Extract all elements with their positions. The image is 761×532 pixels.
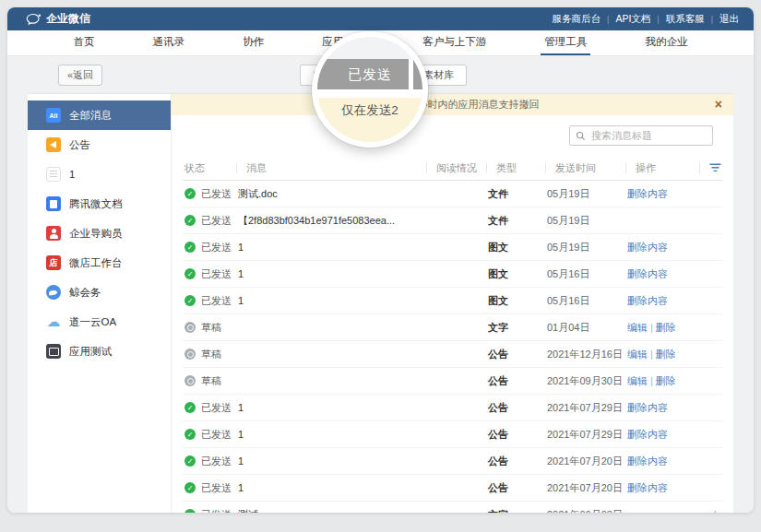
action-link-编辑[interactable]: 编辑 — [627, 375, 648, 386]
nav-tab-协作[interactable]: 协作 — [239, 30, 268, 55]
search-box — [569, 125, 713, 146]
sent-check-icon — [184, 188, 196, 199]
action-link-删除内容[interactable]: 删除内容 — [627, 482, 668, 493]
status-cell: 已发送 — [183, 508, 236, 514]
sidebar-item-1[interactable]: 1 — [28, 160, 171, 189]
action-link-删除内容[interactable]: 删除内容 — [627, 188, 668, 199]
nav-tab-通讯录[interactable]: 通讯录 — [149, 30, 189, 55]
all-icon: All — [46, 108, 61, 123]
type-cell: 公告 — [486, 428, 545, 442]
nav-tab-管理工具[interactable]: 管理工具 — [541, 30, 590, 55]
message-cell: 测试.doc — [236, 187, 426, 201]
action-link-删除[interactable]: 删除 — [656, 349, 676, 360]
magnified-notice-text: 仅在发送2 — [317, 102, 422, 119]
sent-check-icon — [184, 455, 196, 467]
sidebar-item-label: 全部消息 — [69, 109, 112, 123]
logo: 企业微信 — [26, 11, 90, 27]
status-label: 已发送 — [201, 428, 232, 442]
status-cell: 已发送 — [183, 401, 236, 415]
action-link-删除内容[interactable]: 删除内容 — [627, 429, 668, 440]
date-cell: 2021年07月29日 — [545, 428, 625, 442]
message-panel: 仅在发送24小时内的应用消息支持撤回 × 状态消息阅读情况类型发送时间操作 — [172, 94, 733, 513]
column-header-操作: 操作 — [625, 162, 699, 173]
status-cell: 已发送 — [183, 267, 236, 281]
sent-check-icon — [184, 429, 196, 440]
sidebar-item-label: 企业导购员 — [69, 227, 123, 241]
action-cell: 删除内容 — [625, 401, 699, 415]
search-input[interactable] — [589, 129, 707, 142]
action-link-删除内容[interactable]: 删除内容 — [627, 295, 668, 306]
status-cell: 草稿 — [183, 348, 236, 361]
nav-tab-首页[interactable]: 首页 — [70, 30, 99, 55]
status-label: 已发送 — [201, 187, 232, 201]
table-row: 草稿公告2021年12月16日编辑|删除 — [183, 341, 722, 368]
guide-icon — [46, 226, 61, 241]
status-label: 已发送 — [201, 508, 232, 514]
nav-tab-我的企业[interactable]: 我的企业 — [641, 30, 691, 55]
panel-row: All全部消息公告1腾讯微文档企业导购员店微店工作台鲸会务☁道一云OA应用测试 … — [28, 93, 733, 513]
topbar-link-3[interactable]: 联系客服 — [666, 13, 705, 26]
draft-clock-icon — [184, 322, 196, 333]
divider: | — [650, 375, 653, 386]
filter-icon[interactable] — [709, 163, 721, 172]
action-link-删除内容[interactable]: 删除内容 — [627, 268, 668, 279]
table-row: 已发送1公告2021年07月29日删除内容 — [183, 395, 722, 421]
message-cell: 1 — [236, 429, 426, 440]
sidebar-item-label: 道一云OA — [69, 315, 116, 329]
action-cell: 删除内容 — [625, 455, 699, 468]
type-cell: 文字 — [486, 508, 545, 514]
whale-icon — [46, 285, 61, 300]
column-header-状态: 状态 — [183, 161, 236, 175]
sidebar-item-应用测试[interactable]: 应用测试 — [28, 337, 171, 366]
action-link-编辑[interactable]: 编辑 — [627, 322, 648, 333]
action-link-删除内容[interactable]: 删除内容 — [627, 402, 668, 413]
column-header-发送时间: 发送时间 — [545, 162, 625, 173]
date-cell: 05月19日 — [545, 187, 625, 201]
close-icon[interactable]: × — [715, 97, 722, 112]
sidebar-item-全部消息[interactable]: All全部消息 — [28, 100, 171, 130]
status-label: 已发送 — [201, 214, 232, 228]
draft-clock-icon — [184, 375, 196, 386]
status-label: 已发送 — [201, 401, 232, 415]
sidebar-item-腾讯微文档[interactable]: 腾讯微文档 — [28, 189, 171, 219]
star-icon[interactable]: ★ — [710, 508, 720, 513]
blank-icon — [46, 167, 61, 182]
topbar-link-1[interactable]: 服务商后台 — [553, 13, 601, 26]
action-link-删除内容[interactable]: 删除内容 — [627, 242, 668, 253]
page-background: 企业微信 服务商后台|API文档|联系客服|退出 首页通讯录协作应用管理客户与上… — [0, 0, 761, 532]
sidebar-item-鲸会务[interactable]: 鲸会务 — [28, 278, 171, 307]
sidebar-item-企业导购员[interactable]: 企业导购员 — [28, 219, 171, 248]
shop-icon: 店 — [46, 255, 61, 270]
table-row: 已发送1图文05月19日删除内容 — [183, 234, 722, 261]
sent-check-icon — [184, 242, 196, 253]
topbar-link-4[interactable]: 退出 — [719, 13, 739, 26]
divider: | — [650, 322, 653, 333]
action-cell: 删除内容 — [625, 481, 699, 495]
message-cell: 1 — [236, 295, 426, 306]
wechat-work-logo-icon — [26, 13, 42, 26]
date-cell: 2021年09月30日 — [545, 374, 625, 388]
action-link-编辑[interactable]: 编辑 — [627, 349, 648, 360]
sent-check-icon — [184, 509, 196, 513]
action-link-删除[interactable]: 删除 — [656, 375, 676, 386]
message-cell: 1 — [236, 482, 426, 493]
type-cell: 图文 — [486, 267, 545, 281]
status-label: 草稿 — [201, 321, 221, 335]
notice-bar: 仅在发送24小时内的应用消息支持撤回 × — [172, 94, 733, 115]
sidebar-item-公告[interactable]: 公告 — [28, 130, 171, 160]
sidebar-item-label: 公告 — [69, 138, 90, 152]
table-row: 已发送【2f8d83bf034b1e971fe5083eea...文件05月19… — [183, 207, 722, 234]
nav-tab-客户与上下游[interactable]: 客户与上下游 — [419, 30, 490, 55]
action-link-删除内容[interactable]: 删除内容 — [627, 455, 668, 467]
cloud-icon: ☁ — [46, 314, 61, 329]
sidebar-item-label: 1 — [69, 169, 75, 180]
back-button[interactable]: «返回 — [58, 65, 102, 86]
action-link-删除[interactable]: 删除 — [656, 322, 676, 333]
sidebar-item-微店工作台[interactable]: 店微店工作台 — [28, 248, 171, 278]
sidebar-item-道一云OA[interactable]: ☁道一云OA — [28, 307, 171, 337]
action-cell: 删除内容 — [625, 267, 699, 281]
topbar-link-2[interactable]: API文档 — [615, 13, 650, 26]
message-cell: 1 — [236, 455, 426, 467]
action-cell: 删除内容 — [625, 241, 699, 254]
table-row: 已发送1公告2021年07月20日删除内容 — [183, 448, 722, 475]
